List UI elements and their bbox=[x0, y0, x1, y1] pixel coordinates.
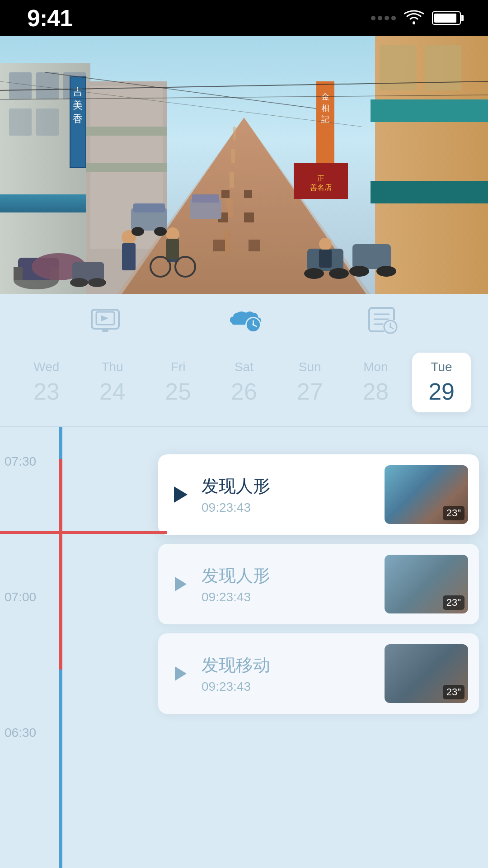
tv-icon bbox=[89, 305, 121, 332]
time-label-0730: 07:30 bbox=[5, 454, 36, 469]
svg-point-71 bbox=[376, 266, 396, 277]
play-triangle-1 bbox=[175, 577, 187, 591]
svg-point-66 bbox=[329, 268, 349, 279]
svg-point-56 bbox=[88, 278, 106, 287]
signal-dots bbox=[371, 16, 396, 20]
cal-day-num-sun: 27 bbox=[297, 378, 323, 405]
cal-day-num-sat: 26 bbox=[231, 378, 257, 405]
svg-rect-27 bbox=[244, 190, 252, 198]
svg-rect-26 bbox=[221, 190, 230, 198]
svg-rect-9 bbox=[0, 194, 99, 212]
status-bar: 9:41 bbox=[0, 0, 488, 36]
battery-icon bbox=[432, 11, 461, 25]
signal-dot-1 bbox=[371, 16, 375, 20]
svg-rect-73 bbox=[133, 203, 165, 212]
battery-fill bbox=[434, 14, 456, 23]
play-btn-0[interactable] bbox=[169, 483, 192, 506]
signal-dot-4 bbox=[391, 16, 396, 20]
signal-dot-3 bbox=[385, 16, 389, 20]
svg-rect-23 bbox=[230, 172, 234, 188]
cal-day-name-sat: Sat bbox=[235, 360, 253, 374]
time-labels: 07:30 07:00 06:30 bbox=[0, 427, 52, 868]
svg-point-95 bbox=[389, 326, 391, 328]
calendar-strip: Wed 23 Thu 24 Fri 25 Sat 26 Sun 27 Mon 2… bbox=[0, 344, 488, 426]
event-title-0: 发现人形 bbox=[202, 475, 375, 498]
cal-day-wed[interactable]: Wed 23 bbox=[17, 353, 76, 412]
play-triangle-2 bbox=[175, 666, 187, 681]
svg-rect-25 bbox=[224, 231, 230, 253]
event-info-1: 发现人形 09:23:43 bbox=[202, 564, 375, 604]
event-thumb-2: 23" bbox=[385, 644, 468, 703]
event-time-2: 09:23:43 bbox=[202, 679, 375, 694]
svg-rect-31 bbox=[249, 240, 260, 251]
tv-icon-btn[interactable] bbox=[87, 301, 123, 337]
svg-rect-30 bbox=[213, 240, 225, 251]
event-info-0: 发现人形 09:23:43 bbox=[202, 475, 375, 515]
event-card-1[interactable]: 发现人形 09:23:43 23" bbox=[158, 544, 479, 624]
svg-point-86 bbox=[253, 324, 254, 326]
svg-rect-21 bbox=[233, 127, 236, 140]
status-icons bbox=[371, 9, 461, 27]
svg-rect-22 bbox=[231, 149, 235, 163]
svg-rect-35 bbox=[371, 99, 488, 122]
svg-rect-50 bbox=[14, 267, 23, 280]
svg-rect-7 bbox=[9, 108, 32, 136]
event-thumb-1: 23" bbox=[385, 555, 468, 613]
play-btn-1[interactable] bbox=[169, 572, 192, 596]
svg-rect-5 bbox=[36, 72, 59, 99]
cal-day-tue[interactable]: Tue 29 bbox=[412, 353, 471, 412]
play-triangle-0 bbox=[174, 486, 188, 503]
event-card-0[interactable]: 发现人形 09:23:43 23" bbox=[158, 454, 479, 535]
svg-point-70 bbox=[349, 266, 369, 277]
svg-text:香: 香 bbox=[73, 113, 83, 124]
svg-rect-61 bbox=[166, 239, 179, 259]
cal-day-name-tue: Tue bbox=[431, 360, 452, 374]
cloud-time-icon-btn[interactable] bbox=[226, 301, 262, 337]
svg-text:善名店: 善名店 bbox=[310, 184, 332, 191]
cal-day-sat[interactable]: Sat 26 bbox=[215, 353, 273, 412]
play-btn-2[interactable] bbox=[169, 662, 192, 685]
thumb-duration-1: 23" bbox=[443, 595, 465, 610]
svg-text:美: 美 bbox=[73, 99, 83, 111]
svg-point-0 bbox=[413, 22, 415, 24]
schedule-icon bbox=[367, 304, 399, 334]
svg-rect-63 bbox=[122, 243, 136, 270]
svg-point-75 bbox=[154, 227, 167, 236]
cal-day-num-tue: 29 bbox=[428, 378, 455, 405]
schedule-icon-btn[interactable] bbox=[365, 301, 401, 337]
cal-day-num-wed: 23 bbox=[33, 378, 60, 405]
svg-point-65 bbox=[304, 268, 324, 279]
cal-day-fri[interactable]: Fri 25 bbox=[149, 353, 207, 412]
wifi-icon bbox=[404, 9, 424, 27]
svg-rect-29 bbox=[244, 212, 254, 222]
cloud-clock-icon bbox=[226, 303, 262, 335]
event-time-1: 09:23:43 bbox=[202, 590, 375, 604]
cal-day-sun[interactable]: Sun 27 bbox=[281, 353, 339, 412]
cal-day-thu[interactable]: Thu 24 bbox=[83, 353, 142, 412]
time-label-0700: 07:00 bbox=[5, 590, 36, 604]
svg-text:正: 正 bbox=[317, 175, 324, 182]
svg-rect-34 bbox=[425, 45, 461, 90]
cal-day-name-thu: Thu bbox=[101, 360, 123, 374]
cal-day-num-fri: 25 bbox=[165, 378, 191, 405]
event-card-2[interactable]: 发现移动 09:23:43 23" bbox=[158, 633, 479, 714]
cal-day-name-fri: Fri bbox=[171, 360, 186, 374]
icon-bar bbox=[0, 294, 488, 344]
event-thumb-0: 23" bbox=[385, 465, 468, 524]
status-time: 9:41 bbox=[27, 5, 72, 32]
thumb-duration-2: 23" bbox=[443, 685, 465, 699]
svg-text:相: 相 bbox=[321, 104, 329, 113]
event-cards: 发现人形 09:23:43 23" 发现人形 09:23:43 23" bbox=[158, 427, 479, 714]
svg-point-74 bbox=[131, 227, 144, 236]
timeline-container: 07:30 07:00 06:30 发现人形 09:23:43 23" bbox=[0, 427, 488, 868]
event-title-2: 发现移动 bbox=[202, 654, 375, 677]
event-time-0: 09:23:43 bbox=[202, 500, 375, 515]
cal-day-mon[interactable]: Mon 28 bbox=[346, 353, 405, 412]
cal-day-num-mon: 28 bbox=[362, 378, 389, 405]
timeline-red-vertical-top bbox=[59, 459, 62, 531]
svg-rect-17 bbox=[86, 127, 167, 136]
svg-marker-80 bbox=[101, 315, 108, 321]
hero-image: 吉 美 香 金 相 記 bbox=[0, 36, 488, 294]
svg-rect-69 bbox=[352, 244, 391, 269]
timeline-red-horizontal bbox=[0, 531, 167, 534]
